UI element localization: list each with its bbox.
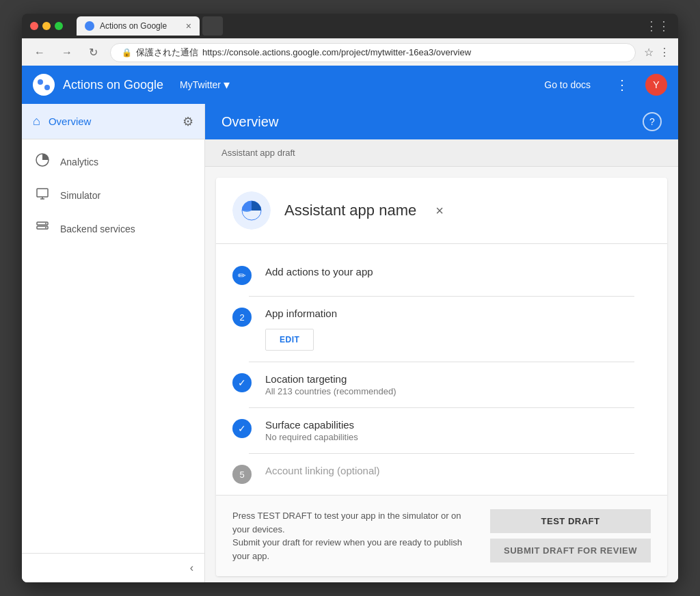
tab-close-button[interactable]: × bbox=[186, 21, 191, 31]
edit-button[interactable]: EDIT bbox=[265, 329, 314, 351]
back-button[interactable]: ← bbox=[30, 45, 49, 60]
step4-check-icon: ✓ bbox=[232, 419, 252, 438]
assistant-app-name-label: Assistant app name bbox=[284, 202, 416, 219]
svg-point-10 bbox=[45, 227, 46, 228]
logo-container: Actions on Google bbox=[33, 74, 163, 96]
step1-title: Add actions to your app bbox=[265, 266, 651, 277]
tab-title: Actions on Google bbox=[100, 21, 167, 31]
active-tab[interactable]: Actions on Google × bbox=[77, 16, 200, 36]
app-logo bbox=[33, 74, 55, 96]
footer-text-content: Press TEST DRAFT to test your app in the… bbox=[232, 511, 462, 561]
analytics-label: Analytics bbox=[60, 157, 98, 167]
help-icon[interactable]: ? bbox=[643, 112, 662, 131]
step5-content: Account linking (optional) bbox=[265, 465, 651, 478]
sidebar-collapse-button[interactable]: ‹ bbox=[22, 553, 204, 582]
step4-subtitle: No required capabilities bbox=[265, 432, 651, 442]
svg-point-2 bbox=[44, 85, 50, 90]
lock-icon: 🔒 bbox=[122, 48, 132, 57]
step-account-linking: 5 Account linking (optional) bbox=[232, 454, 651, 495]
step-location-targeting: ✓ Location targeting All 213 countries (… bbox=[232, 362, 651, 407]
project-selector[interactable]: MyTwitter ▾ bbox=[180, 77, 230, 92]
sidebar: ⌂ Overview ⚙ Analytics bbox=[22, 104, 205, 582]
dropdown-arrow-icon: ▾ bbox=[224, 77, 230, 92]
tab-bar: Actions on Google × bbox=[77, 16, 640, 36]
content-header: Overview ? bbox=[205, 104, 678, 139]
project-name: MyTwitter bbox=[180, 79, 221, 90]
main-area: ⌂ Overview ⚙ Analytics bbox=[22, 104, 678, 582]
inactive-tab[interactable] bbox=[202, 16, 223, 36]
step1-content: Add actions to your app bbox=[265, 266, 651, 279]
svg-point-1 bbox=[38, 79, 43, 85]
refresh-button[interactable]: ↻ bbox=[85, 44, 102, 60]
address-actions: ☆ ⋮ bbox=[644, 46, 670, 59]
tab-favicon bbox=[85, 21, 94, 31]
assistant-app-logo bbox=[232, 191, 271, 230]
step3-subtitle: All 213 countries (recommended) bbox=[265, 386, 651, 396]
backend-label: Backend services bbox=[60, 224, 135, 234]
footer-description: Press TEST DRAFT to test your app in the… bbox=[232, 509, 479, 563]
draft-card: Assistant app name × ✏ Add actions to yo… bbox=[216, 178, 667, 576]
step-surface-capabilities: ✓ Surface capabilities No required capab… bbox=[232, 408, 651, 453]
step2-title: App information bbox=[265, 308, 651, 319]
draft-banner: Assistant app draft bbox=[205, 139, 678, 167]
minimize-button[interactable] bbox=[42, 22, 51, 30]
sidebar-nav: Analytics Simulator bbox=[22, 139, 204, 553]
browser-titlebar: Actions on Google × ⋮⋮ bbox=[22, 14, 678, 38]
test-draft-button[interactable]: TEST DRAFT bbox=[490, 509, 651, 533]
sidebar-item-analytics[interactable]: Analytics bbox=[22, 145, 204, 178]
step3-check-icon: ✓ bbox=[232, 373, 252, 392]
step-app-info: 2 App information EDIT bbox=[232, 297, 651, 362]
star-icon[interactable]: ☆ bbox=[644, 46, 654, 59]
url-text: https://console.actions.google.com/proje… bbox=[202, 47, 471, 57]
card-header: Assistant app name × bbox=[216, 178, 667, 244]
app-shell: Actions on Google MyTwitter ▾ Go to docs… bbox=[22, 66, 678, 582]
simulator-label: Simulator bbox=[60, 190, 100, 201]
card-footer: Press TEST DRAFT to test your app in the… bbox=[216, 495, 667, 576]
sidebar-item-backend[interactable]: Backend services bbox=[22, 212, 204, 245]
step5-title: Account linking (optional) bbox=[265, 465, 651, 476]
go-to-docs-button[interactable]: Go to docs bbox=[536, 74, 599, 96]
backend-icon bbox=[36, 220, 49, 237]
app-name-label: Actions on Google bbox=[63, 78, 163, 92]
footer-buttons: TEST DRAFT SUBMIT DRAFT FOR REVIEW bbox=[490, 509, 651, 563]
sidebar-overview-label[interactable]: Overview bbox=[49, 116, 174, 127]
sidebar-item-simulator[interactable]: Simulator bbox=[22, 178, 204, 212]
close-button[interactable] bbox=[30, 22, 38, 30]
settings-icon[interactable]: ⚙ bbox=[183, 114, 193, 129]
submit-draft-button[interactable]: SUBMIT DRAFT FOR REVIEW bbox=[490, 539, 651, 563]
step-add-actions: ✏ Add actions to your app bbox=[232, 255, 651, 296]
lock-label: 保護された通信 bbox=[136, 46, 198, 59]
content-body: Assistant app draft bbox=[205, 139, 678, 582]
content-title: Overview bbox=[221, 114, 278, 130]
maximize-button[interactable] bbox=[55, 22, 63, 30]
top-nav: Actions on Google MyTwitter ▾ Go to docs… bbox=[22, 66, 678, 104]
step1-pencil-icon: ✏ bbox=[232, 266, 252, 285]
step5-number-icon: 5 bbox=[232, 465, 252, 484]
address-bar: ← → ↻ 🔒 保護された通信 https://console.actions.… bbox=[22, 38, 678, 66]
analytics-icon bbox=[36, 153, 49, 170]
svg-point-9 bbox=[45, 223, 46, 224]
step4-title: Surface capabilities bbox=[265, 419, 651, 431]
svg-point-0 bbox=[34, 75, 53, 94]
step3-content: Location targeting All 213 countries (re… bbox=[265, 373, 651, 396]
simulator-icon bbox=[36, 187, 49, 204]
step4-content: Surface capabilities No required capabil… bbox=[265, 419, 651, 442]
toolbar-icons: ⋮⋮ bbox=[645, 18, 670, 33]
sidebar-header: ⌂ Overview ⚙ bbox=[22, 104, 204, 139]
nav-more-icon[interactable]: ⋮ bbox=[610, 74, 634, 96]
url-bar[interactable]: 🔒 保護された通信 https://console.actions.google… bbox=[110, 43, 636, 62]
content-panel: Overview ? Assistant app draft bbox=[205, 104, 678, 582]
more-icon[interactable]: ⋮ bbox=[659, 46, 670, 59]
svg-rect-4 bbox=[37, 189, 48, 197]
user-avatar[interactable]: Y bbox=[645, 74, 667, 96]
step2-content: App information EDIT bbox=[265, 308, 651, 351]
collapse-icon: ‹ bbox=[190, 562, 193, 574]
traffic-lights bbox=[30, 22, 63, 30]
card-close-button[interactable]: × bbox=[430, 200, 449, 221]
home-icon: ⌂ bbox=[33, 114, 40, 128]
step3-title: Location targeting bbox=[265, 373, 651, 385]
forward-button[interactable]: → bbox=[57, 45, 77, 60]
step2-number-icon: 2 bbox=[232, 308, 252, 327]
steps-container: ✏ Add actions to your app 2 App inf bbox=[216, 244, 667, 495]
